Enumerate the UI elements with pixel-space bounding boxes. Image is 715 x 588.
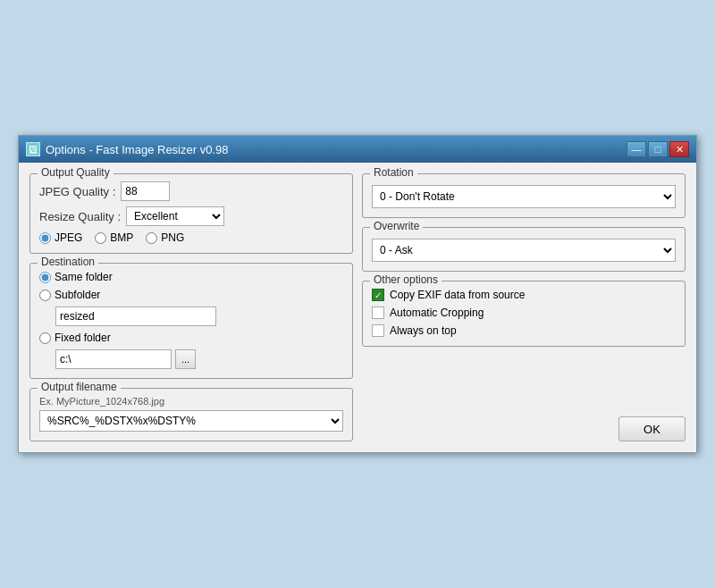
subfolder-radio[interactable] xyxy=(39,290,51,301)
other-options-title: Other options xyxy=(370,273,442,286)
same-folder-label[interactable]: Same folder xyxy=(39,271,343,283)
format-jpeg-text: JPEG xyxy=(55,231,82,244)
filename-select[interactable]: %SRC%_%DSTX%x%DSTY% %SRC% %SRC%_%DSTX% xyxy=(39,410,343,432)
format-bmp-label[interactable]: BMP xyxy=(95,231,133,244)
filename-example: Ex. MyPicture_1024x768.jpg xyxy=(39,396,343,407)
auto-crop-label[interactable]: Automatic Cropping xyxy=(372,307,676,319)
overwrite-title: Overwrite xyxy=(370,220,423,232)
fixed-folder-radio[interactable] xyxy=(39,332,51,344)
output-quality-title: Output Quality xyxy=(38,166,114,179)
maximize-button[interactable]: □ xyxy=(648,141,668,157)
jpeg-quality-row: JPEG Quality : xyxy=(39,181,343,201)
copy-exif-label[interactable]: ✓ Copy EXIF data from source xyxy=(372,289,676,301)
browse-button[interactable]: ... xyxy=(175,349,196,369)
title-bar-left: 🖼 Options - Fast Image Resizer v0.98 xyxy=(26,142,228,156)
left-column: Output Quality JPEG Quality : Resize Qua… xyxy=(29,173,353,441)
format-bmp-radio[interactable] xyxy=(95,232,106,244)
same-folder-radio[interactable] xyxy=(39,272,51,283)
fixed-folder-label[interactable]: Fixed folder xyxy=(39,332,343,344)
copy-exif-text: Copy EXIF data from source xyxy=(390,289,525,301)
destination-options: Same folder Subfolder Fixed folder ... xyxy=(39,271,343,369)
jpeg-quality-input[interactable] xyxy=(121,181,170,201)
window-title: Options - Fast Image Resizer v0.98 xyxy=(46,143,228,156)
output-quality-group: Output Quality JPEG Quality : Resize Qua… xyxy=(29,173,353,254)
minimize-button[interactable]: — xyxy=(627,141,646,157)
rotation-select[interactable]: 0 - Don't Rotate 90 - Clockwise 180 - Fl… xyxy=(372,185,676,208)
fixed-folder-input[interactable] xyxy=(55,349,172,369)
output-filename-group: Output filename Ex. MyPicture_1024x768.j… xyxy=(29,388,353,441)
subfolder-text: Subfolder xyxy=(55,289,100,301)
app-icon: 🖼 xyxy=(26,142,40,156)
destination-group: Destination Same folder Subfolder Fixed … xyxy=(29,263,353,379)
main-window: 🖼 Options - Fast Image Resizer v0.98 — □… xyxy=(18,135,697,453)
resize-quality-label: Resize Quality : xyxy=(39,210,121,223)
format-radio-group: JPEG BMP PNG xyxy=(39,231,343,244)
fixed-folder-text: Fixed folder xyxy=(55,332,111,344)
format-jpeg-label[interactable]: JPEG xyxy=(39,231,82,244)
other-options-list: ✓ Copy EXIF data from source Automatic C… xyxy=(372,289,676,337)
same-folder-text: Same folder xyxy=(55,271,113,283)
resize-quality-row: Resize Quality : Excellent Good Normal D… xyxy=(39,206,343,226)
title-bar: 🖼 Options - Fast Image Resizer v0.98 — □… xyxy=(19,136,696,163)
overwrite-select[interactable]: 0 - Ask 1 - Always 2 - Never xyxy=(372,239,676,262)
output-filename-title: Output filename xyxy=(38,381,121,393)
format-png-radio[interactable] xyxy=(146,232,157,244)
subfolder-label[interactable]: Subfolder xyxy=(39,289,343,301)
overwrite-group: Overwrite 0 - Ask 1 - Always 2 - Never xyxy=(362,227,686,272)
always-on-top-label[interactable]: Always on top xyxy=(372,324,676,337)
format-jpeg-radio[interactable] xyxy=(39,232,51,244)
jpeg-quality-label: JPEG Quality : xyxy=(39,185,115,198)
window-body: Output Quality JPEG Quality : Resize Qua… xyxy=(19,163,696,452)
right-column: Rotation 0 - Don't Rotate 90 - Clockwise… xyxy=(362,173,686,441)
close-button[interactable]: ✕ xyxy=(669,141,689,157)
subfolder-input[interactable] xyxy=(55,307,216,326)
format-bmp-text: BMP xyxy=(110,231,133,244)
title-bar-buttons: — □ ✕ xyxy=(627,141,689,157)
always-on-top-checkbox[interactable] xyxy=(372,324,384,337)
resize-quality-select[interactable]: Excellent Good Normal Draft xyxy=(126,206,224,226)
ok-button[interactable]: OK xyxy=(618,416,686,441)
ok-button-row: OK xyxy=(362,411,686,441)
fixed-folder-row: ... xyxy=(55,349,343,369)
format-png-label[interactable]: PNG xyxy=(146,231,184,244)
always-on-top-text: Always on top xyxy=(390,324,457,337)
format-png-text: PNG xyxy=(161,231,184,244)
auto-crop-checkbox[interactable] xyxy=(372,307,384,319)
other-options-group: Other options ✓ Copy EXIF data from sour… xyxy=(362,281,686,347)
rotation-title: Rotation xyxy=(370,166,417,179)
copy-exif-checkbox[interactable]: ✓ xyxy=(372,289,384,301)
auto-crop-text: Automatic Cropping xyxy=(390,307,484,319)
destination-title: Destination xyxy=(38,256,98,268)
rotation-group: Rotation 0 - Don't Rotate 90 - Clockwise… xyxy=(362,173,686,218)
